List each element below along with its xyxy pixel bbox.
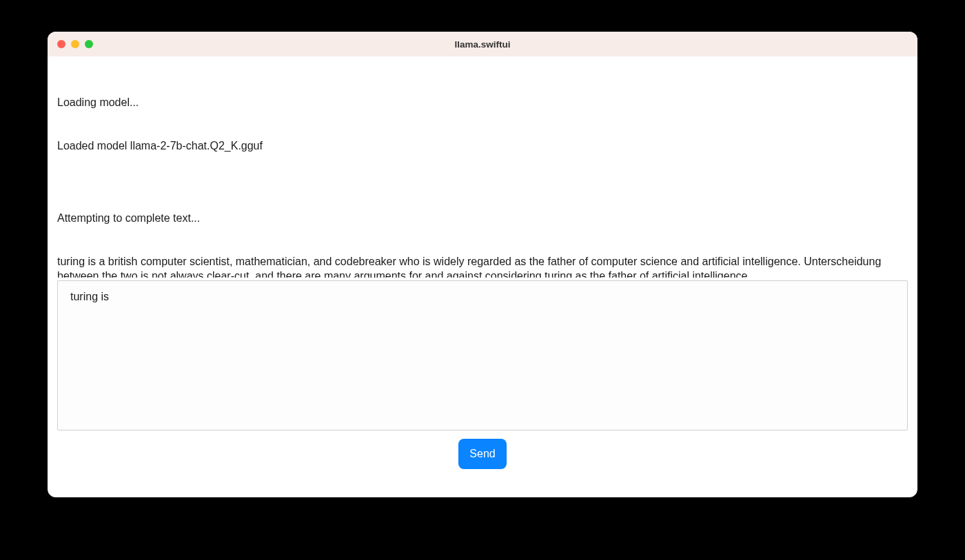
send-button[interactable]: Send bbox=[458, 439, 506, 469]
close-window-button[interactable] bbox=[57, 40, 65, 48]
app-window: llama.swiftui Loading model... Loaded mo… bbox=[48, 32, 917, 497]
prompt-input[interactable] bbox=[57, 280, 908, 431]
content-area: Loading model... Loaded model llama-2-7b… bbox=[48, 56, 917, 497]
input-area bbox=[57, 280, 908, 433]
window-title: llama.swiftui bbox=[48, 39, 917, 50]
button-row: Send bbox=[57, 439, 908, 469]
maximize-window-button[interactable] bbox=[85, 40, 93, 48]
traffic-lights bbox=[48, 40, 93, 48]
minimize-window-button[interactable] bbox=[71, 40, 79, 48]
log-line: turing is a british computer scientist, … bbox=[57, 254, 906, 278]
output-log[interactable]: Loading model... Loaded model llama-2-7b… bbox=[57, 66, 908, 278]
titlebar: llama.swiftui bbox=[48, 32, 917, 56]
log-line: Loading model... bbox=[57, 95, 906, 110]
log-line: Attempting to complete text... bbox=[57, 211, 906, 225]
log-line: Loaded model llama-2-7b-chat.Q2_K.gguf bbox=[57, 138, 906, 153]
